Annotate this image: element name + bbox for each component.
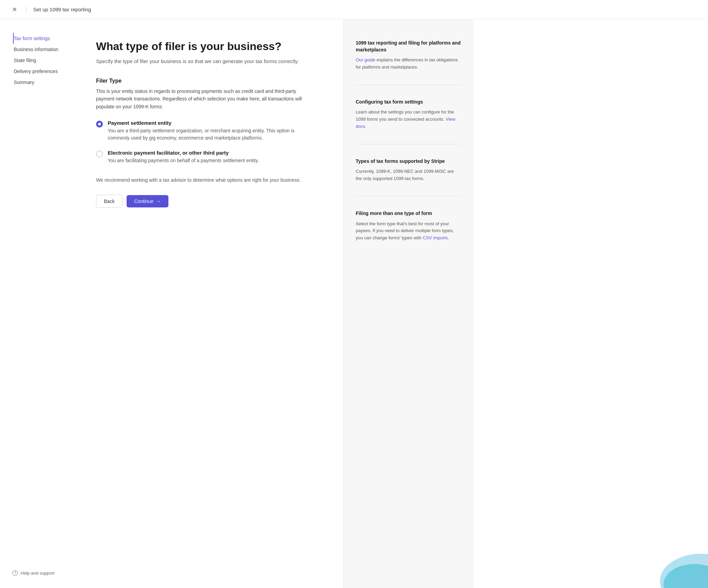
radio-desc-electronic-facilitator: You are facilitating payments on behalf … — [108, 157, 259, 164]
footer-help[interactable]: ? Help and support — [12, 570, 55, 576]
sidebar-item-business-information[interactable]: Business information — [13, 44, 75, 55]
help-icon: ? — [12, 570, 18, 576]
help-title-multiple: Filing more than one type of form — [356, 210, 461, 217]
close-icon: ✕ — [12, 6, 17, 13]
view-docs-link[interactable]: View docs — [356, 117, 455, 129]
continue-arrow-icon: → — [156, 199, 161, 204]
radio-option-payment-settlement[interactable]: Payment settlement entity You are a thir… — [96, 120, 316, 142]
radio-circle-payment-settlement — [96, 121, 103, 128]
sidebar-item-state-filing[interactable]: State filing — [13, 55, 75, 66]
radio-desc-payment-settlement: You are a third-party settlement organiz… — [108, 127, 316, 142]
help-title-configuring: Configuring tax form settings — [356, 99, 461, 106]
help-section-configuring: Configuring tax form settings Learn abou… — [356, 99, 461, 130]
radio-label-electronic-facilitator: Electronic payment facilitator, or other… — [108, 150, 259, 156]
filer-type-description: This is your entity status in regards to… — [96, 87, 316, 110]
corner-decoration — [646, 547, 708, 588]
radio-option-payment-settlement-text: Payment settlement entity You are a thir… — [108, 120, 316, 142]
help-title-types: Types of tax forms supported by Stripe — [356, 158, 461, 165]
help-divider-1 — [356, 85, 461, 85]
content-area: What type of filer is your business? Spe… — [75, 19, 343, 588]
button-row: Back Continue → — [96, 195, 316, 208]
help-text-1099-reporting: Our guide explains the differences in ta… — [356, 57, 461, 71]
sidebar-item-summary[interactable]: Summary — [13, 77, 75, 88]
help-text-types: Currently, 1099-K, 1099-NEC and 1099-MIS… — [356, 168, 461, 182]
advisor-note: We recommend working with a tax advisor … — [96, 177, 316, 184]
sidebar-item-tax-form-settings[interactable]: Tax form settings — [13, 33, 75, 44]
help-section-multiple: Filing more than one type of form Select… — [356, 210, 461, 242]
help-title-1099-reporting: 1099 tax reporting and filing for platfo… — [356, 40, 461, 53]
radio-option-electronic-facilitator-text: Electronic payment facilitator, or other… — [108, 150, 259, 164]
help-label: Help and support — [21, 571, 55, 576]
filer-type-heading: Filer Type — [96, 78, 316, 84]
sidebar-item-delivery-preferences[interactable]: Delivery preferences — [13, 66, 75, 77]
filer-type-radio-group: Payment settlement entity You are a thir… — [96, 120, 316, 164]
our-guide-link[interactable]: Our guide — [356, 57, 375, 62]
help-section-1099-reporting: 1099 tax reporting and filing for platfo… — [356, 40, 461, 71]
help-section-types: Types of tax forms supported by Stripe C… — [356, 158, 461, 182]
right-panel: 1099 tax reporting and filing for platfo… — [343, 19, 473, 588]
continue-label: Continue — [134, 199, 153, 204]
page-title: What type of filer is your business? — [96, 40, 316, 53]
top-bar: ✕ Set up 1099 tax reporting — [0, 0, 708, 19]
top-bar-divider — [26, 6, 26, 13]
help-divider-2 — [356, 144, 461, 144]
help-divider-3 — [356, 196, 461, 196]
main-layout: Tax form settings Business information S… — [0, 19, 708, 588]
back-button[interactable]: Back — [96, 195, 122, 208]
close-button[interactable]: ✕ — [10, 5, 19, 14]
help-text-multiple: Select the form type that's best for mos… — [356, 220, 461, 242]
radio-circle-electronic-facilitator — [96, 151, 103, 157]
page-subtitle: Specify the type of filer your business … — [96, 58, 316, 65]
continue-button[interactable]: Continue → — [127, 195, 168, 207]
radio-label-payment-settlement: Payment settlement entity — [108, 120, 316, 126]
csv-imports-link[interactable]: CSV imports — [423, 235, 448, 240]
radio-option-electronic-facilitator[interactable]: Electronic payment facilitator, or other… — [96, 150, 316, 164]
top-bar-title: Set up 1099 tax reporting — [33, 7, 91, 12]
sidebar: Tax form settings Business information S… — [0, 19, 75, 588]
help-text-configuring: Learn about the settings you can configu… — [356, 109, 461, 130]
